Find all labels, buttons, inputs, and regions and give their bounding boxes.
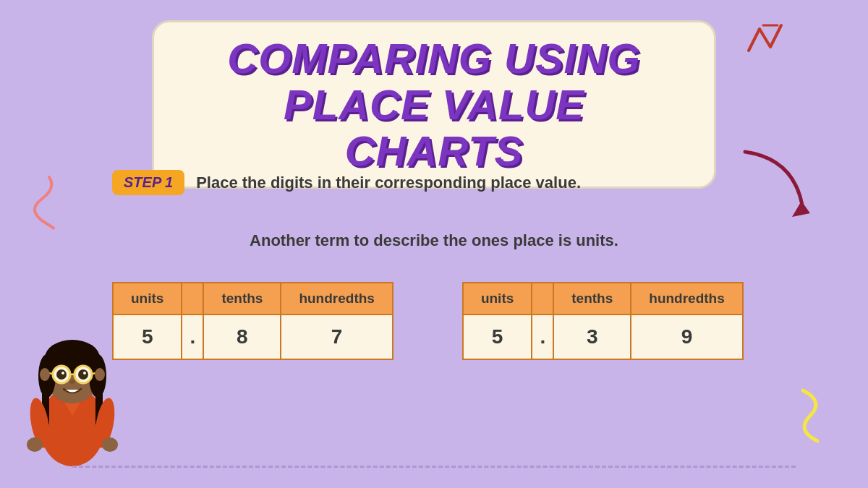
- title-box: COMPARING USING PLACE VALUE CHARTS: [152, 20, 716, 189]
- table2-header-units: units: [463, 283, 532, 314]
- table2-cell-tenths: 3: [553, 314, 631, 359]
- table2-cell-hundredths: 9: [631, 314, 743, 359]
- svg-point-27: [102, 437, 118, 452]
- table1-cell-dot: .: [182, 314, 203, 359]
- table1-cell-tenths: 8: [203, 314, 281, 359]
- svg-point-21: [69, 380, 75, 384]
- main-background: COMPARING USING PLACE VALUE CHARTS STEP …: [0, 0, 868, 488]
- svg-point-26: [27, 437, 43, 452]
- svg-point-15: [83, 372, 86, 374]
- tables-container: units tenths hundredths 5 . 8 7 units: [112, 282, 744, 360]
- svg-point-14: [61, 372, 64, 374]
- svg-point-22: [40, 368, 50, 381]
- title-text: COMPARING USING PLACE VALUE CHARTS: [197, 35, 671, 174]
- table1-header-tenths: tenths: [203, 283, 281, 314]
- svg-point-13: [78, 369, 88, 380]
- yellow-squiggle-decoration: [778, 387, 828, 445]
- zigzag-decoration: [745, 22, 788, 58]
- svg-marker-0: [792, 201, 810, 217]
- step1-section: STEP 1 Place the digits in their corresp…: [112, 170, 581, 195]
- table1-header-units: units: [113, 283, 182, 314]
- step1-badge: STEP 1: [112, 170, 184, 195]
- table2-cell-dot: .: [532, 314, 553, 359]
- girl-character: [14, 311, 130, 470]
- place-value-table-2: units tenths hundredths 5 . 3 9: [462, 282, 744, 360]
- step1-description: Place the digits in their corresponding …: [196, 174, 581, 192]
- table2-header-hundredths: hundredths: [631, 283, 743, 314]
- step1-badge-text: STEP 1: [124, 174, 173, 191]
- table2-header-tenths: tenths: [553, 283, 631, 314]
- dashed-bottom-border: [72, 466, 796, 468]
- table1-header-dot: [182, 283, 203, 314]
- pink-squiggle-decoration: [20, 174, 64, 231]
- arrow-decoration: [731, 137, 825, 231]
- svg-point-23: [95, 368, 105, 381]
- table1-cell-hundredths: 7: [281, 314, 393, 359]
- table1-header-hundredths: hundredths: [281, 283, 393, 314]
- another-term-text: Another term to describe the ones place …: [250, 231, 618, 250]
- table2-header-dot: [532, 283, 553, 314]
- table2-cell-units: 5: [463, 314, 532, 359]
- place-value-table-1: units tenths hundredths 5 . 8 7: [112, 282, 393, 360]
- svg-point-12: [56, 369, 67, 380]
